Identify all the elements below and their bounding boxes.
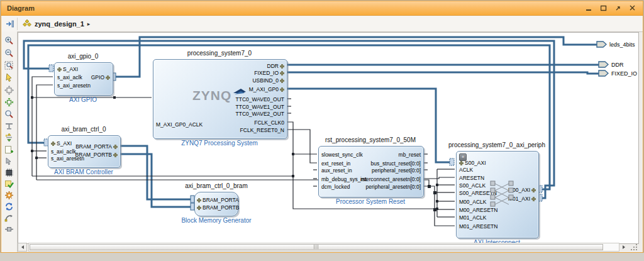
port-m01-aresetn[interactable]: M01_ARESETN	[459, 223, 497, 230]
external-port-icon	[598, 61, 609, 68]
block-title-bram-ctrl: axi_bram_ctrl_0	[48, 126, 119, 133]
port-slowest-sync-clk[interactable]: slowest_sync_clk	[321, 151, 363, 158]
regenerate-layout-icon[interactable]	[4, 201, 14, 212]
interface-port-icon	[113, 153, 118, 157]
align-icon[interactable]	[4, 120, 14, 131]
port-dcm-locked[interactable]: dcm_locked	[321, 183, 350, 191]
port-s00-aclk[interactable]: S00_ACLK	[459, 182, 486, 189]
block-title-axi-gpio: axi_gpio_0	[54, 53, 112, 60]
fit-view-icon[interactable]	[4, 97, 14, 108]
maximize-button[interactable]	[599, 3, 609, 13]
port-aux-reset-in[interactable]: aux_reset_in	[321, 167, 352, 174]
interface-port-icon	[197, 198, 201, 203]
block-bram-ctrl[interactable]: S_AXI s_axi_aclk s_axi_aresetn BRAM_PORT…	[48, 135, 121, 168]
external-port-fixed-io[interactable]: FIXED_IO	[598, 70, 637, 77]
port-bram-porta[interactable]: BRAM_PORTA	[75, 143, 118, 150]
scrollbar-thumb[interactable]	[30, 244, 603, 250]
crossbar-icon	[489, 180, 514, 207]
scroll-right-button[interactable]	[619, 243, 628, 251]
resize-grip[interactable]	[629, 243, 638, 251]
interface-port-icon	[113, 145, 118, 149]
interface-port-icon	[106, 75, 110, 80]
block-label-bram-gen: Block Memory Generator	[175, 217, 257, 224]
dock-icon[interactable]	[3, 18, 18, 30]
port-aresetn[interactable]: ARESETN	[459, 174, 484, 182]
port-bram-portb[interactable]: BRAM_PORTB	[75, 151, 118, 158]
port-gpio[interactable]: GPIO	[91, 74, 110, 81]
pointer-icon[interactable]	[4, 72, 14, 83]
external-port-leds-4bits[interactable]: leds_4bits	[596, 41, 635, 48]
title-bar[interactable]: Diagram	[1, 1, 643, 16]
port-m01-aclk[interactable]: M01_ACLK	[459, 214, 486, 221]
interface-port-icon	[51, 142, 55, 146]
port-s-axi-aresetn[interactable]: s_axi_aresetn	[57, 82, 91, 89]
interface-port-icon	[280, 79, 284, 83]
block-title-bram-gen: axi_bram_ctrl_0_bram	[175, 182, 257, 189]
block-design-icon	[23, 18, 31, 30]
block-axi-gpio[interactable]: S_AXI s_axi_aclk s_axi_aresetn GPIO	[54, 62, 113, 96]
port-fclk-clk0[interactable]: FCLK_CLK0	[254, 119, 284, 126]
port-fclk-reset0-n[interactable]: FCLK_RESET0_N	[240, 126, 284, 134]
make-external-icon[interactable]	[4, 156, 14, 167]
float-button[interactable]	[613, 3, 623, 13]
block-axi-periph[interactable]: + S00_AXI ACLK ARESETN S00_ACLK S00_ARES…	[456, 151, 539, 238]
maximize-view-icon[interactable]	[4, 85, 14, 96]
port-bram-porta[interactable]: BRAM_PORTA	[197, 196, 239, 204]
block-label-ps7: ZYNQ7 Processing System	[153, 140, 286, 147]
close-button[interactable]	[628, 3, 638, 13]
block-title-ps7: processing_system7_0	[153, 50, 286, 57]
block-rst[interactable]: slowest_sync_clk ext_reset_in aux_reset_…	[318, 146, 424, 197]
port-mb-debug-sys-rst[interactable]: mb_debug_sys_rst	[321, 175, 367, 183]
interface-port-icon	[280, 87, 284, 92]
interface-port-icon	[459, 161, 464, 165]
port-aclk[interactable]: ACLK	[459, 166, 473, 174]
port-mb-reset[interactable]: mb_reset	[399, 151, 421, 158]
interface-port-icon	[531, 197, 536, 201]
block-label-bram-ctrl: AXI BRAM Controller	[48, 169, 119, 175]
zoom-in-icon[interactable]	[4, 35, 14, 46]
block-title-rst: rst_processing_system7_0_50M	[318, 136, 423, 143]
port-m00-aclk[interactable]: M00_ACLK	[459, 198, 486, 206]
port-s-axi[interactable]: S_AXI	[51, 140, 72, 147]
breadcrumb-expand-arrow[interactable]: ▸	[87, 21, 91, 27]
search-icon[interactable]	[4, 109, 14, 119]
interface-port-icon	[280, 71, 284, 75]
port-m-axi-gp0-aclk[interactable]: M_AXI_GP0_ACLK	[156, 121, 203, 128]
port-bram-portb[interactable]: BRAM_PORTB	[197, 204, 239, 211]
design-name[interactable]: zynq_design_1	[35, 20, 84, 28]
port-s-axi-aclk[interactable]: s_axi_aclk	[57, 74, 82, 81]
minimize-button[interactable]	[584, 3, 594, 13]
port-usbind-0[interactable]: USBIND_0	[252, 77, 284, 84]
processor-icon[interactable]	[4, 167, 14, 178]
block-ps7[interactable]: ZYNQ M_AXI_GP0_ACLK DDR FIXED_IO USBIND_…	[153, 59, 287, 139]
validate-design-icon[interactable]	[4, 179, 14, 189]
scrollbar-track[interactable]	[28, 243, 619, 252]
block-bram-gen[interactable]: BRAM_PORTA BRAM_PORTB	[194, 192, 238, 216]
external-port-ddr[interactable]: DDR	[598, 61, 624, 68]
interface-port-icon	[280, 64, 284, 69]
diagram-canvas[interactable]: axi_gpio_0 S_AXI s_axi_aclk s_axi_areset…	[18, 32, 639, 244]
port-ttc0-wave2-out[interactable]: TTC0_WAVE2_OUT	[236, 110, 284, 118]
zoom-fit-icon[interactable]	[4, 60, 14, 71]
scroll-left-button[interactable]	[18, 243, 27, 252]
diagram-window: Diagram zynq_design_1 ▸	[1, 1, 643, 253]
port-m00-aresetn[interactable]: M00_ARESETN	[459, 206, 497, 214]
block-title-axi-periph: processing_system7_0_axi_periph	[437, 142, 557, 148]
port-peripheral-reset[interactable]: peripheral_reset[0:0]	[372, 167, 421, 174]
port-fixed-io[interactable]: FIXED_IO	[254, 69, 284, 77]
interface-icon[interactable]	[4, 224, 14, 235]
zoom-out-icon[interactable]	[4, 48, 14, 58]
expand-layout-icon[interactable]	[4, 132, 14, 143]
port-m-axi-gp0[interactable]: M_AXI_GP0	[249, 86, 284, 93]
port-s-axi[interactable]: S_AXI	[57, 65, 78, 73]
port-peripheral-aresetn[interactable]: peripheral_aresetn[0:0]	[366, 183, 421, 191]
block-label-rst: Processor System Reset	[318, 198, 423, 205]
port-interconnect-aresetn[interactable]: interconnect_aresetn[0:0]	[360, 175, 421, 183]
add-ip-icon[interactable]	[4, 145, 14, 155]
horizontal-scrollbar[interactable]	[18, 243, 638, 251]
interface-port-icon	[531, 188, 536, 192]
reroute-icon[interactable]	[4, 213, 14, 223]
port-ttc0-wave0-out[interactable]: TTC0_WAVE0_OUT	[236, 96, 284, 103]
settings-icon[interactable]	[4, 190, 14, 201]
external-port-icon	[596, 41, 607, 48]
